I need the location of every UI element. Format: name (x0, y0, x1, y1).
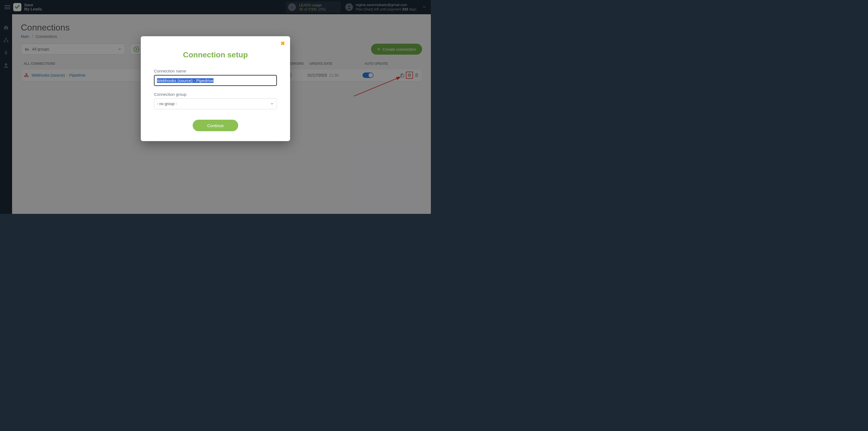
modal-title: Connection setup (154, 51, 277, 59)
modal-overlay[interactable]: ✖ Connection setup Connection name Conne… (0, 0, 431, 214)
connection-group-select[interactable]: - no group - (154, 98, 277, 109)
chevron-down-icon (270, 102, 274, 106)
continue-button[interactable]: Continue (193, 120, 238, 131)
connection-name-input[interactable] (154, 75, 277, 86)
connection-group-value: - no group - (157, 101, 177, 106)
group-field-label: Connection group (154, 92, 277, 97)
close-icon[interactable]: ✖ (280, 40, 285, 47)
name-field-label: Connection name (154, 69, 277, 73)
connection-setup-modal: ✖ Connection setup Connection name Conne… (141, 36, 290, 141)
